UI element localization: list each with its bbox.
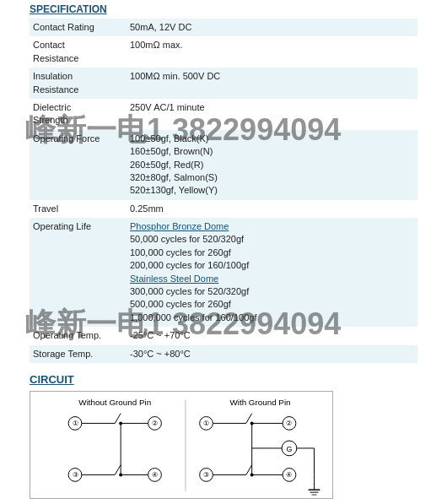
label-contact-rating: Contact Rating: [30, 19, 127, 36]
label-insulation-resistance: InsulationResistance: [30, 68, 127, 99]
svg-line-15: [115, 465, 121, 475]
svg-text:③: ③: [73, 471, 78, 479]
svg-line-35: [246, 465, 252, 475]
table-row: Travel 0.25mm: [30, 200, 417, 218]
value-contact-rating: 50mA, 12V DC: [127, 19, 417, 36]
svg-text:④: ④: [152, 471, 158, 479]
table-row: Contact Rating 50mA, 12V DC: [30, 19, 417, 36]
without-ground-label: Without Ground Pin: [78, 398, 151, 407]
label-operating-life: Operating Life: [30, 218, 127, 327]
table-row: Operating Life Phosphor Bronze Dome 50,0…: [30, 218, 417, 327]
spec-title: SPECIFICATION: [30, 3, 417, 15]
value-dielectric-strength: 250V AC/1 minute: [127, 99, 417, 130]
svg-text:③: ③: [203, 471, 209, 479]
phosphor-bronze-dome-link[interactable]: Phosphor Bronze Dome: [130, 220, 414, 233]
svg-text:G: G: [287, 445, 293, 453]
table-row: ContactResistance 100mΩ max.: [30, 36, 417, 68]
svg-text:①: ①: [203, 420, 209, 427]
circuit-diagram: Without Ground Pin With Ground Pin ① ② ③…: [30, 391, 333, 499]
label-storage-temp: Storage Temp.: [30, 345, 127, 363]
table-row: Operating Force 100±50gf, Black(K) 160±5…: [30, 130, 417, 200]
svg-text:④: ④: [286, 471, 292, 479]
spec-table: Contact Rating 50mA, 12V DC ContactResis…: [30, 19, 417, 363]
svg-text:②: ②: [286, 420, 292, 427]
table-row: Storage Temp. -30°C ~ +80°C: [30, 345, 417, 363]
table-row: DielectricStrength 250V AC/1 minute: [30, 99, 417, 130]
value-storage-temp: -30°C ~ +80°C: [127, 345, 417, 363]
label-operating-force: Operating Force: [30, 130, 127, 200]
spec-section: SPECIFICATION Contact Rating 50mA, 12V D…: [0, 0, 447, 366]
table-row: InsulationResistance 100MΩ min. 500V DC: [30, 68, 417, 99]
value-operating-force: 100±50gf, Black(K) 160±50gf, Brown(N) 26…: [127, 130, 417, 200]
label-travel: Travel: [30, 200, 127, 218]
value-operating-life: Phosphor Bronze Dome 50,000 cycles for 5…: [127, 218, 417, 327]
circuit-section: CIRCUIT Without Ground Pin With Ground P…: [0, 370, 447, 502]
table-row: Operating Temp. -25°C ~ +70°C: [30, 327, 417, 344]
svg-line-30: [246, 414, 252, 424]
value-operating-temp: -25°C ~ +70°C: [127, 327, 417, 344]
stainless-steel-dome-link[interactable]: Stainless Steel Dome: [130, 273, 414, 285]
svg-text:②: ②: [152, 420, 158, 427]
svg-line-10: [115, 414, 121, 424]
page-container: SPECIFICATION Contact Rating 50mA, 12V D…: [0, 0, 447, 502]
value-contact-resistance: 100mΩ max.: [127, 36, 417, 68]
svg-text:①: ①: [73, 420, 78, 427]
circuit-title: CIRCUIT: [30, 373, 417, 386]
circuit-svg: Without Ground Pin With Ground Pin ① ② ③…: [30, 392, 332, 498]
with-ground-label: With Ground Pin: [229, 398, 290, 407]
label-dielectric-strength: DielectricStrength: [30, 99, 127, 130]
label-operating-temp: Operating Temp.: [30, 327, 127, 344]
value-travel: 0.25mm: [127, 200, 417, 218]
label-contact-resistance: ContactResistance: [30, 36, 127, 68]
value-insulation-resistance: 100MΩ min. 500V DC: [127, 68, 417, 99]
